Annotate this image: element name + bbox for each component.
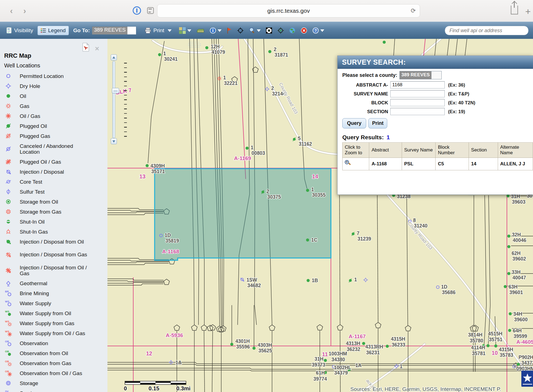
ws-oilgas-icon: WS xyxy=(4,329,12,337)
basemap-button[interactable] xyxy=(179,27,191,34)
observation-icon: OB xyxy=(4,339,12,347)
globe-button[interactable] xyxy=(289,27,296,34)
legend-item-plugged-gas: Plugged Gas xyxy=(0,131,107,141)
tab-overview-icon[interactable] xyxy=(147,7,154,14)
map-toolbar: Visibility Legend Go To: 389 REEVES Prin… xyxy=(0,22,533,39)
legend-item-injection: Injection / Disposal xyxy=(0,167,107,177)
panel-print-button[interactable]: Print xyxy=(368,118,387,128)
svg-text:4309H: 4309H xyxy=(150,163,165,169)
brine-icon: BR xyxy=(4,289,12,297)
svg-text:39774: 39774 xyxy=(313,376,327,382)
svg-text:1: 1 xyxy=(400,364,403,369)
svg-text:4303H: 4303H xyxy=(258,342,272,348)
field-row-survey-name: SURVEY NAME(Ex: T&P) xyxy=(338,90,532,98)
legend-item-label: Storage from Oil xyxy=(20,199,94,205)
svg-text:35819: 35819 xyxy=(165,238,179,244)
svg-text:4301H: 4301H xyxy=(235,338,250,344)
svg-text:1003HM: 1003HM xyxy=(329,351,347,356)
legend-button[interactable]: Legend xyxy=(37,26,69,35)
ob-oilgas-icon: OB xyxy=(4,369,12,377)
legend-icon xyxy=(41,28,46,33)
svg-text:1: 1 xyxy=(163,51,166,56)
reload-icon[interactable]: ⟳ xyxy=(411,7,416,14)
svg-text:62H: 62H xyxy=(512,251,521,256)
back-chevron-icon[interactable]: ‹ xyxy=(7,6,16,16)
print-label: Print xyxy=(153,27,164,34)
pdf-export-icon[interactable] xyxy=(82,43,89,52)
legend-item-gas: Gas xyxy=(0,101,107,111)
url-bar[interactable]: gis.rrc.texas.gov ⟳ xyxy=(157,4,420,17)
svg-text:1: 1 xyxy=(354,277,357,282)
print-button[interactable]: Print xyxy=(142,26,174,35)
flag-button[interactable] xyxy=(227,27,232,34)
zoom-in-button[interactable] xyxy=(111,54,117,60)
svg-text:?: ? xyxy=(314,28,317,33)
legend-label: Legend xyxy=(48,27,66,34)
abstract-a--input[interactable] xyxy=(390,81,445,88)
well-search-input[interactable] xyxy=(445,26,529,35)
gps-icon xyxy=(277,27,284,34)
table-cell: A-1168 xyxy=(369,158,402,170)
svg-text:12: 12 xyxy=(146,350,152,356)
legend-item-storage: Storage xyxy=(0,378,107,388)
url-text: gis.rrc.texas.gov xyxy=(267,7,310,14)
visibility-button[interactable]: Visibility xyxy=(4,26,35,36)
injection-gas-icon xyxy=(4,251,12,259)
county-input[interactable]: 389 REEVES xyxy=(399,71,442,79)
svg-text:31162: 31162 xyxy=(299,141,312,147)
gps-button[interactable] xyxy=(277,27,284,34)
center-button[interactable] xyxy=(237,27,244,34)
help-button[interactable]: ? xyxy=(312,27,324,34)
field-row-section: SECTION(Ex: 19) xyxy=(338,108,532,116)
legend-item-injection-oilgas: Injection / Disposal from Oil / Gas xyxy=(0,262,107,278)
field-row-abstract-a-: ABSTRACT A-(Ex: 36) xyxy=(338,81,532,89)
svg-text:A-5936: A-5936 xyxy=(166,332,183,338)
measure-button[interactable] xyxy=(196,27,205,34)
svg-text:P902H: P902H xyxy=(519,355,533,360)
legend-item-label: Plugged Oil xyxy=(20,123,94,129)
extent-button[interactable] xyxy=(266,27,272,34)
legend-item-plugged-oil: Plugged Oil xyxy=(0,121,107,131)
field-row-block: BLOCK(Ex: 40 T2N) xyxy=(338,99,532,107)
block-input[interactable] xyxy=(390,99,445,106)
svg-text:33H: 33H xyxy=(512,269,521,275)
water-supply-icon: WS xyxy=(4,299,12,307)
svg-text:34379: 34379 xyxy=(334,370,348,376)
section-input[interactable] xyxy=(390,108,445,115)
measure-icon xyxy=(196,27,205,34)
svg-text:5: 5 xyxy=(298,136,301,141)
svg-text:39602: 39602 xyxy=(512,256,526,262)
zoom-to-result-icon[interactable]: + xyxy=(345,160,351,167)
legend-item-oil: Oil xyxy=(0,91,107,101)
search-tools-button[interactable] xyxy=(249,27,261,34)
svg-text:WS: WS xyxy=(5,320,9,323)
zoom-out-button[interactable] xyxy=(111,138,117,144)
zoom-slider-track[interactable] xyxy=(112,61,115,138)
close-icon[interactable]: × xyxy=(95,44,99,53)
legend-item-oilgas: Oil / Gas xyxy=(0,111,107,121)
field-label: ABSTRACT A- xyxy=(338,82,388,88)
canceled-icon xyxy=(4,145,12,153)
goto-input[interactable]: 389 REEVES xyxy=(92,26,136,35)
svg-text:1D: 1D xyxy=(441,284,447,290)
svg-text:13: 13 xyxy=(139,173,145,179)
county-label: Please select a county: xyxy=(342,72,397,78)
legend-item-label: Injection / Disposal xyxy=(20,169,94,175)
table-cell: PSL xyxy=(402,158,435,170)
sidebar-title: RRC Map xyxy=(4,52,31,59)
legend-item-label: Water Supply from Oil xyxy=(20,310,94,316)
survey-name-input[interactable] xyxy=(390,90,445,97)
identify-button[interactable] xyxy=(210,27,222,34)
print-icon xyxy=(145,27,151,34)
query-button[interactable]: Query xyxy=(342,118,366,128)
survey-panel-header[interactable]: SURVEY SEARCH: xyxy=(338,56,533,69)
zoom-slider-handle[interactable] xyxy=(112,88,119,93)
clear-button[interactable] xyxy=(301,27,307,34)
forward-chevron-icon[interactable]: › xyxy=(20,6,29,16)
extension-icon[interactable] xyxy=(133,6,141,15)
field-hint: (Ex: 19) xyxy=(448,109,465,115)
legend-item-label: Brine Mining xyxy=(20,290,94,296)
new-tab-icon[interactable]: + xyxy=(525,6,531,17)
column-header: Click to Zoom to xyxy=(343,143,369,158)
share-icon[interactable] xyxy=(511,6,518,14)
